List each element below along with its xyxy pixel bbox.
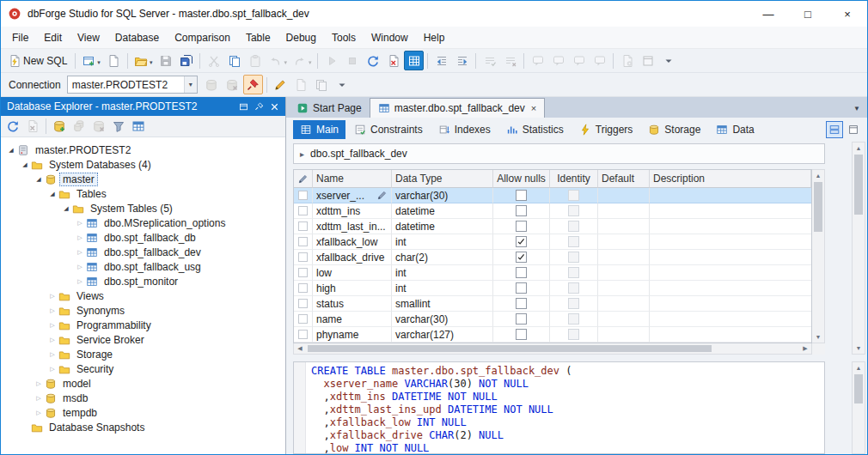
cell-default[interactable] [598,234,650,250]
cell-description[interactable] [650,250,811,265]
tab-main[interactable]: Main [293,120,345,139]
cell-data-type[interactable]: datetime [392,203,493,219]
expand-icon[interactable]: ▷ [75,259,85,274]
cell-default[interactable] [598,296,650,312]
delete-object-button[interactable] [89,118,108,136]
grid-row-name[interactable]: namevarchar(30) [294,312,811,327]
expand-icon[interactable]: ▷ [47,318,58,332]
cell-name[interactable]: phyname [313,327,392,343]
expand-icon[interactable]: ▷ [47,361,58,376]
tab-triggers[interactable]: Triggers [572,120,640,139]
cell-identity[interactable] [550,234,598,250]
full-view-button[interactable] [845,121,862,138]
cell-default[interactable] [598,281,650,296]
grid-row-xfallback-drive[interactable]: xfallback_drivechar(2) [294,250,811,265]
grid-row-status[interactable]: statussmallint [294,296,811,312]
menu-debug[interactable]: Debug [278,27,324,48]
scroll-right-icon[interactable]: ▶ [799,343,811,354]
expand-icon[interactable]: ▷ [75,230,85,245]
grid-row-xserver[interactable]: xserver_...varchar(30) [294,188,811,203]
tab-statistics[interactable]: Statistics [499,120,571,139]
cell-data-type[interactable]: int [392,265,493,281]
new-database-button[interactable] [50,118,69,136]
collapse-icon[interactable]: ◢ [47,186,58,201]
grid-row-xdttm-last-in[interactable]: xdttm_last_in...datetime [294,219,811,234]
cell-default[interactable] [598,265,650,281]
cell-name[interactable]: low [313,265,392,281]
allow-nulls-checkbox[interactable] [516,267,527,278]
execute-button[interactable] [321,51,341,70]
allow-nulls-checkbox[interactable] [516,190,527,201]
tab-table-editor[interactable]: master.dbo.spt_fallback_dev× [370,98,546,118]
split-view-button[interactable] [826,121,843,138]
bookmark-toggle-button[interactable] [528,51,547,70]
tab-storage[interactable]: Storage [641,120,707,139]
cell-allow-nulls[interactable] [493,203,550,219]
row-state-cell[interactable] [294,234,313,250]
tab-list-dropdown-icon[interactable] [853,101,860,113]
grid-row-phyname[interactable]: phynamevarchar(127) [294,327,811,343]
cell-identity[interactable] [550,250,598,265]
scroll-thumb[interactable] [814,182,822,232]
tree-item-dbo-msreplication-options[interactable]: ▷dbo.MSreplication_options [1,215,285,230]
comment-lines-button[interactable] [480,51,499,70]
expand-icon[interactable]: ▷ [47,332,58,347]
duplicate-object-button[interactable] [70,118,89,136]
cell-default[interactable] [598,312,650,327]
cell-allow-nulls[interactable] [493,281,550,296]
row-selector-box[interactable] [298,283,308,293]
cell-description[interactable] [650,281,811,296]
cell-identity[interactable] [550,203,598,219]
row-selector-box[interactable] [298,237,308,246]
menu-comparison[interactable]: Comparison [167,27,238,48]
combo-dropdown-icon[interactable] [184,76,197,93]
row-state-cell[interactable] [294,265,313,281]
cell-name[interactable]: name [313,312,392,327]
tree-item-dbo-spt-fallback-db[interactable]: ▷dbo.spt_fallback_db [1,230,285,245]
cell-name[interactable]: xdttm_ins [313,203,392,219]
tree-item-synonyms[interactable]: ▷Synonyms [1,303,285,318]
scroll-thumb[interactable] [854,155,863,215]
allow-nulls-checkbox[interactable] [516,236,527,247]
connection-overflow-button[interactable] [333,75,352,94]
tree-item-dbo-spt-fallback-dev[interactable]: ▷dbo.spt_fallback_dev [1,245,285,259]
new-connection-button[interactable] [202,75,222,94]
bookmark-next-button[interactable] [569,51,589,70]
minimize-button[interactable]: — [749,1,788,27]
cell-data-type[interactable]: varchar(30) [392,312,493,327]
cell-data-type[interactable]: smallint [392,296,493,312]
tree-item-msdb[interactable]: ▷msdb [1,391,285,405]
allow-nulls-checkbox[interactable] [516,282,527,294]
cell-data-type[interactable]: int [392,234,493,250]
cell-name[interactable]: xdttm_last_in... [313,219,392,234]
column-header-allow-nulls[interactable]: Allow nulls [493,170,550,188]
open-file-button[interactable] [131,51,156,70]
cell-name[interactable]: xfallback_low [313,234,392,250]
cell-name[interactable]: status [313,296,392,312]
tab-indexes[interactable]: Indexes [431,120,498,139]
refresh-explorer-button[interactable] [3,118,22,136]
grid-row-xdttm-ins[interactable]: xdttm_insdatetime [294,203,811,219]
scroll-down-icon[interactable]: ▼ [812,331,824,343]
close-button[interactable]: × [828,1,867,27]
tab-start-page[interactable]: Start Page [289,98,370,118]
disconnect-button[interactable] [223,75,242,94]
close-tab-icon[interactable]: × [531,103,536,113]
expand-icon[interactable]: ▷ [47,347,58,361]
row-selector-box[interactable] [298,299,308,308]
cell-identity[interactable] [550,281,598,296]
expand-icon[interactable]: ▷ [75,274,85,288]
collapse-icon[interactable]: ◢ [34,172,44,186]
expand-icon[interactable]: ▷ [75,245,85,259]
auto-hide-pin-button[interactable] [251,99,266,114]
tree-item-master-prodtest2[interactable]: ◢master.PRODTEST2 [1,143,285,157]
scroll-up-icon[interactable]: ▲ [853,143,865,154]
menu-file[interactable]: File [4,27,36,48]
column-header-data-type[interactable]: Data Type [392,170,493,188]
row-selector-box[interactable] [298,221,308,231]
row-state-cell[interactable] [294,250,313,265]
allow-nulls-checkbox[interactable] [516,329,527,340]
cell-default[interactable] [598,250,650,265]
breadcrumb[interactable]: dbo.spt_fallback_dev [293,143,825,164]
page-vertical-scrollbar[interactable]: ▲ ▼ [852,142,865,355]
